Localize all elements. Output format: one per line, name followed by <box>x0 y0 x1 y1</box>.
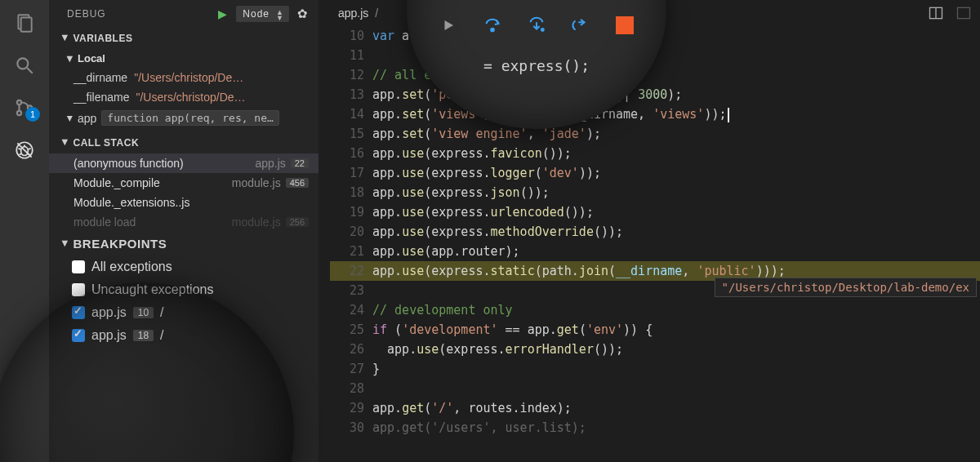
breakpoint-item[interactable]: app.js 18 / <box>49 324 318 347</box>
svg-point-21 <box>541 29 544 31</box>
twistie-icon: ▶ <box>61 140 69 146</box>
stack-frame[interactable]: module load module.js256 <box>49 212 318 232</box>
scm-badge: 1 <box>25 107 40 122</box>
line-number: 20 <box>346 222 372 242</box>
breakpoint-uncaught-exceptions[interactable]: Uncaught exceptions <box>49 278 318 301</box>
checkbox-checked[interactable] <box>72 306 85 319</box>
select-arrows-icon: ▲▼ <box>276 10 284 21</box>
variable-value: function app(req, res, ne… <box>101 110 279 126</box>
gear-icon[interactable]: ✿ <box>297 7 309 21</box>
local-scope[interactable]: ▶ Local <box>49 49 318 68</box>
stack-frame[interactable]: Module._extensions..js <box>49 193 318 212</box>
variable-row[interactable]: __filename "/Users/christop/De… <box>49 87 318 107</box>
debug-side-panel: DEBUG ▶ Node ▲▼ ✿ ▶ VARIABLES ▶ Local __… <box>49 0 318 462</box>
more-icon[interactable] <box>956 5 972 24</box>
svg-rect-17 <box>958 7 970 18</box>
code-line[interactable]: 16app.use(express.favicon()); <box>330 144 980 163</box>
variable-name: __filename <box>74 91 130 104</box>
continue-icon[interactable] <box>439 16 457 34</box>
line-number: 10 <box>346 26 372 46</box>
code-line[interactable]: 14app.set('views', path.join(__dirname, … <box>330 104 980 124</box>
line-number: 13 <box>346 85 372 104</box>
svg-point-5 <box>17 111 21 115</box>
variable-value: "/Users/christop/De… <box>136 91 246 104</box>
checkbox-unchecked[interactable] <box>72 260 85 273</box>
line-number: 30 <box>346 418 372 438</box>
code-line[interactable]: 13app.set('port', process.env.PORT || 30… <box>330 85 980 104</box>
code-line[interactable]: 30app.get('/users', user.list); <box>330 418 980 438</box>
code-line[interactable]: 17app.use(express.logger('dev')); <box>330 163 980 183</box>
variable-name: __dirname <box>74 71 127 84</box>
line-number: 24 <box>346 300 372 320</box>
svg-line-3 <box>27 68 33 73</box>
line-number: 23 <box>346 281 372 300</box>
code-text: // development only <box>372 300 513 320</box>
checkbox-checked[interactable] <box>72 329 85 342</box>
svg-line-12 <box>20 153 22 154</box>
code-line[interactable]: 19app.use(express.urlencoded()); <box>330 202 980 222</box>
code-line[interactable]: 21app.use(app.router); <box>330 242 980 261</box>
line-number: 14 <box>346 104 372 124</box>
line-number: 18 <box>346 183 372 202</box>
code-line[interactable]: 26 app.use(express.errorHandler()); <box>330 340 980 359</box>
variables-header[interactable]: ▶ VARIABLES <box>49 28 318 49</box>
activity-bar: 1 <box>0 0 49 462</box>
breakpoint-all-exceptions[interactable]: All exceptions <box>49 255 318 278</box>
variable-row[interactable]: __dirname "/Users/christop/De… <box>49 68 318 87</box>
variable-value: "/Users/christop/De… <box>134 71 243 84</box>
code-line[interactable]: 25if ('development' == app.get('env')) { <box>330 320 980 340</box>
code-text: app.use(express.methodOverride()); <box>372 222 623 242</box>
editor-corner-actions <box>928 5 972 24</box>
code-text: app.use(express.logger('dev')); <box>372 163 601 183</box>
callstack-header[interactable]: ▶ CALL STACK <box>49 132 318 153</box>
twistie-icon: ▶ <box>66 115 74 121</box>
debug-header: DEBUG ▶ Node ▲▼ ✿ <box>49 0 318 28</box>
code-text: var a <box>372 26 409 46</box>
stack-frame[interactable]: (anonymous function) app.js22 <box>49 153 318 173</box>
svg-marker-18 <box>445 20 454 30</box>
split-editor-icon[interactable] <box>928 5 944 24</box>
line-number: 11 <box>346 46 372 65</box>
code-line[interactable]: 28 <box>330 379 980 398</box>
debug-icon[interactable] <box>13 139 36 162</box>
variable-name: app <box>78 112 96 125</box>
svg-rect-1 <box>21 18 32 32</box>
explorer-icon[interactable] <box>13 11 36 34</box>
stack-frame[interactable]: Module._compile module.js456 <box>49 173 318 193</box>
checkbox-unchecked[interactable] <box>72 283 85 296</box>
line-number: 28 <box>346 379 372 398</box>
code-area[interactable]: 10var a1112// all envi13app.set('port', … <box>318 26 980 438</box>
search-icon[interactable] <box>13 54 36 77</box>
code-line[interactable]: 15app.set('view engine', 'jade'); <box>330 124 980 144</box>
step-over-icon[interactable] <box>483 16 501 34</box>
line-number: 15 <box>346 124 372 144</box>
stop-icon[interactable] <box>616 16 634 34</box>
breakpoints-header[interactable]: ▶ BREAKPOINTS <box>49 232 318 255</box>
code-line[interactable]: 29app.get('/', routes.index); <box>330 398 980 418</box>
code-line[interactable]: 18app.use(express.json()); <box>330 183 980 202</box>
code-text: } <box>372 359 380 379</box>
line-number: 22 <box>346 261 372 281</box>
twistie-icon: ▶ <box>61 241 69 247</box>
line-number: 25 <box>346 320 372 340</box>
code-line[interactable]: 24// development only <box>330 300 980 320</box>
step-into-icon[interactable] <box>528 16 546 34</box>
step-out-icon[interactable] <box>572 16 590 34</box>
svg-line-10 <box>18 149 20 149</box>
svg-point-19 <box>491 29 494 32</box>
breakpoint-item[interactable]: app.js 10 / <box>49 301 318 324</box>
line-number: 12 <box>346 65 372 85</box>
source-control-icon[interactable]: 1 <box>13 96 36 119</box>
line-number: 29 <box>346 398 372 418</box>
code-line[interactable]: 20app.use(express.methodOverride()); <box>330 222 980 242</box>
code-line[interactable]: 27} <box>330 359 980 379</box>
code-text: app.get('/', routes.index); <box>372 398 572 418</box>
code-text: app.use(express.errorHandler()); <box>372 340 623 359</box>
start-debug-icon[interactable]: ▶ <box>218 7 228 20</box>
magnified-code-line: = express(); <box>483 57 590 74</box>
editor-tab[interactable]: app.js / <box>338 7 378 20</box>
code-text: app.use(express.json()); <box>372 183 550 202</box>
variable-row[interactable]: ▶ app function app(req, res, ne… <box>49 107 318 132</box>
svg-line-11 <box>28 149 30 149</box>
line-number: 21 <box>346 242 372 261</box>
